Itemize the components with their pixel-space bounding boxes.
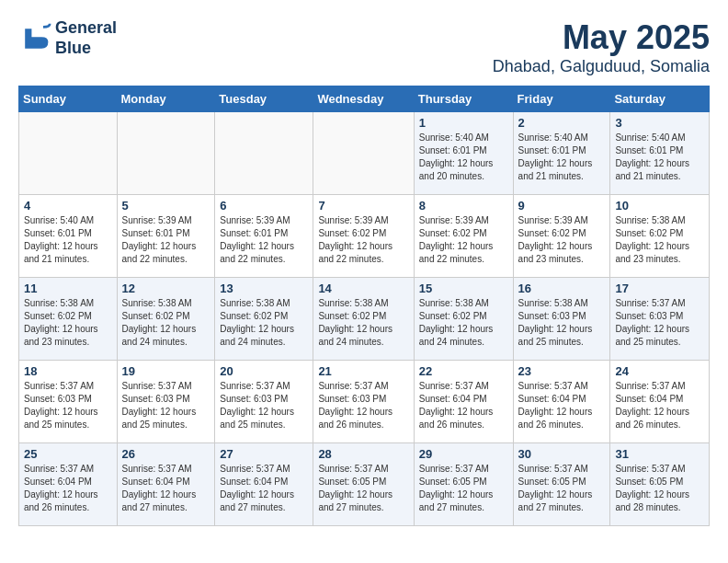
weekday-header-saturday: Saturday	[610, 86, 710, 112]
logo: General Blue	[18, 18, 117, 58]
calendar-cell: 30Sunrise: 5:37 AM Sunset: 6:05 PM Dayli…	[513, 443, 610, 526]
week-row-4: 18Sunrise: 5:37 AM Sunset: 6:03 PM Dayli…	[19, 361, 710, 443]
logo-icon	[18, 22, 51, 55]
calendar-cell: 3Sunrise: 5:40 AM Sunset: 6:01 PM Daylig…	[610, 112, 710, 195]
day-number: 19	[122, 364, 210, 378]
calendar-cell: 26Sunrise: 5:37 AM Sunset: 6:04 PM Dayli…	[117, 443, 215, 526]
calendar-cell: 23Sunrise: 5:37 AM Sunset: 6:04 PM Dayli…	[513, 361, 610, 443]
day-number: 1	[419, 116, 508, 130]
calendar-cell: 18Sunrise: 5:37 AM Sunset: 6:03 PM Dayli…	[19, 361, 118, 443]
calendar-table: SundayMondayTuesdayWednesdayThursdayFrid…	[18, 86, 710, 526]
day-info: Sunrise: 5:38 AM Sunset: 6:02 PM Dayligh…	[220, 297, 308, 349]
calendar-cell: 16Sunrise: 5:38 AM Sunset: 6:03 PM Dayli…	[513, 278, 610, 361]
day-number: 13	[220, 282, 308, 295]
day-info: Sunrise: 5:39 AM Sunset: 6:01 PM Dayligh…	[122, 214, 210, 266]
day-number: 11	[24, 282, 112, 295]
day-info: Sunrise: 5:37 AM Sunset: 6:04 PM Dayligh…	[518, 380, 606, 431]
day-number: 2	[518, 116, 606, 130]
day-info: Sunrise: 5:37 AM Sunset: 6:04 PM Dayligh…	[122, 463, 210, 514]
calendar-cell: 5Sunrise: 5:39 AM Sunset: 6:01 PM Daylig…	[117, 195, 215, 278]
day-info: Sunrise: 5:37 AM Sunset: 6:04 PM Dayligh…	[419, 380, 508, 431]
weekday-header-thursday: Thursday	[414, 86, 513, 112]
location-title: Dhabad, Galguduud, Somalia	[493, 57, 710, 76]
day-number: 18	[24, 364, 112, 378]
day-number: 8	[419, 199, 508, 213]
day-number: 21	[318, 364, 408, 378]
calendar-cell: 4Sunrise: 5:40 AM Sunset: 6:01 PM Daylig…	[19, 195, 118, 278]
day-number: 5	[122, 199, 210, 213]
day-info: Sunrise: 5:38 AM Sunset: 6:03 PM Dayligh…	[518, 297, 606, 349]
day-number: 14	[318, 282, 408, 295]
calendar-cell: 27Sunrise: 5:37 AM Sunset: 6:04 PM Dayli…	[215, 443, 313, 526]
day-number: 22	[419, 364, 508, 378]
calendar-cell: 2Sunrise: 5:40 AM Sunset: 6:01 PM Daylig…	[513, 112, 610, 195]
weekday-header-tuesday: Tuesday	[215, 86, 313, 112]
week-row-5: 25Sunrise: 5:37 AM Sunset: 6:04 PM Dayli…	[19, 443, 710, 526]
weekday-header-row: SundayMondayTuesdayWednesdayThursdayFrid…	[19, 86, 710, 112]
calendar-cell: 13Sunrise: 5:38 AM Sunset: 6:02 PM Dayli…	[215, 278, 313, 361]
calendar-cell: 20Sunrise: 5:37 AM Sunset: 6:03 PM Dayli…	[215, 361, 313, 443]
day-info: Sunrise: 5:37 AM Sunset: 6:05 PM Dayligh…	[615, 463, 704, 514]
day-info: Sunrise: 5:37 AM Sunset: 6:05 PM Dayligh…	[419, 463, 508, 514]
day-info: Sunrise: 5:38 AM Sunset: 6:02 PM Dayligh…	[419, 297, 508, 349]
calendar-cell	[313, 112, 414, 195]
calendar-cell: 8Sunrise: 5:39 AM Sunset: 6:02 PM Daylig…	[414, 195, 513, 278]
day-number: 3	[615, 116, 704, 130]
calendar-cell: 1Sunrise: 5:40 AM Sunset: 6:01 PM Daylig…	[414, 112, 513, 195]
day-number: 31	[615, 447, 704, 461]
week-row-2: 4Sunrise: 5:40 AM Sunset: 6:01 PM Daylig…	[19, 195, 710, 278]
calendar-cell: 14Sunrise: 5:38 AM Sunset: 6:02 PM Dayli…	[313, 278, 414, 361]
day-info: Sunrise: 5:40 AM Sunset: 6:01 PM Dayligh…	[615, 132, 704, 183]
day-number: 30	[518, 447, 606, 461]
day-info: Sunrise: 5:39 AM Sunset: 6:01 PM Dayligh…	[220, 214, 308, 266]
day-info: Sunrise: 5:40 AM Sunset: 6:01 PM Dayligh…	[24, 214, 112, 266]
day-info: Sunrise: 5:38 AM Sunset: 6:02 PM Dayligh…	[122, 297, 210, 349]
calendar-cell: 10Sunrise: 5:38 AM Sunset: 6:02 PM Dayli…	[610, 195, 710, 278]
day-info: Sunrise: 5:38 AM Sunset: 6:02 PM Dayligh…	[615, 214, 704, 266]
calendar-cell	[117, 112, 215, 195]
day-number: 27	[220, 447, 308, 461]
calendar-cell: 7Sunrise: 5:39 AM Sunset: 6:02 PM Daylig…	[313, 195, 414, 278]
calendar-cell: 9Sunrise: 5:39 AM Sunset: 6:02 PM Daylig…	[513, 195, 610, 278]
day-info: Sunrise: 5:37 AM Sunset: 6:05 PM Dayligh…	[318, 463, 408, 514]
day-info: Sunrise: 5:37 AM Sunset: 6:05 PM Dayligh…	[518, 463, 606, 514]
day-number: 10	[615, 199, 704, 213]
calendar-cell: 21Sunrise: 5:37 AM Sunset: 6:03 PM Dayli…	[313, 361, 414, 443]
day-number: 9	[518, 199, 606, 213]
day-info: Sunrise: 5:37 AM Sunset: 6:04 PM Dayligh…	[220, 463, 308, 514]
calendar-cell: 11Sunrise: 5:38 AM Sunset: 6:02 PM Dayli…	[19, 278, 118, 361]
month-title: May 2025	[493, 18, 710, 57]
calendar-cell: 19Sunrise: 5:37 AM Sunset: 6:03 PM Dayli…	[117, 361, 215, 443]
calendar-cell: 12Sunrise: 5:38 AM Sunset: 6:02 PM Dayli…	[117, 278, 215, 361]
calendar-cell: 25Sunrise: 5:37 AM Sunset: 6:04 PM Dayli…	[19, 443, 118, 526]
day-number: 24	[615, 364, 704, 378]
calendar-cell	[215, 112, 313, 195]
week-row-1: 1Sunrise: 5:40 AM Sunset: 6:01 PM Daylig…	[19, 112, 710, 195]
day-info: Sunrise: 5:37 AM Sunset: 6:03 PM Dayligh…	[615, 297, 704, 349]
calendar-cell	[19, 112, 118, 195]
day-number: 15	[419, 282, 508, 295]
weekday-header-monday: Monday	[117, 86, 215, 112]
day-info: Sunrise: 5:39 AM Sunset: 6:02 PM Dayligh…	[518, 214, 606, 266]
day-number: 25	[24, 447, 112, 461]
day-number: 28	[318, 447, 408, 461]
day-info: Sunrise: 5:37 AM Sunset: 6:04 PM Dayligh…	[615, 380, 704, 431]
day-info: Sunrise: 5:37 AM Sunset: 6:03 PM Dayligh…	[24, 380, 112, 431]
day-number: 23	[518, 364, 606, 378]
page-header: General Blue May 2025 Dhabad, Galguduud,…	[18, 18, 710, 76]
weekday-header-friday: Friday	[513, 86, 610, 112]
calendar-cell: 31Sunrise: 5:37 AM Sunset: 6:05 PM Dayli…	[610, 443, 710, 526]
day-number: 29	[419, 447, 508, 461]
weekday-header-sunday: Sunday	[19, 86, 118, 112]
weekday-header-wednesday: Wednesday	[313, 86, 414, 112]
day-info: Sunrise: 5:37 AM Sunset: 6:03 PM Dayligh…	[220, 380, 308, 431]
calendar-cell: 17Sunrise: 5:37 AM Sunset: 6:03 PM Dayli…	[610, 278, 710, 361]
day-number: 16	[518, 282, 606, 295]
day-number: 12	[122, 282, 210, 295]
calendar-cell: 28Sunrise: 5:37 AM Sunset: 6:05 PM Dayli…	[313, 443, 414, 526]
day-info: Sunrise: 5:40 AM Sunset: 6:01 PM Dayligh…	[518, 132, 606, 183]
day-info: Sunrise: 5:39 AM Sunset: 6:02 PM Dayligh…	[318, 214, 408, 266]
day-info: Sunrise: 5:37 AM Sunset: 6:04 PM Dayligh…	[24, 463, 112, 514]
logo-text: General Blue	[55, 18, 117, 58]
day-info: Sunrise: 5:37 AM Sunset: 6:03 PM Dayligh…	[122, 380, 210, 431]
